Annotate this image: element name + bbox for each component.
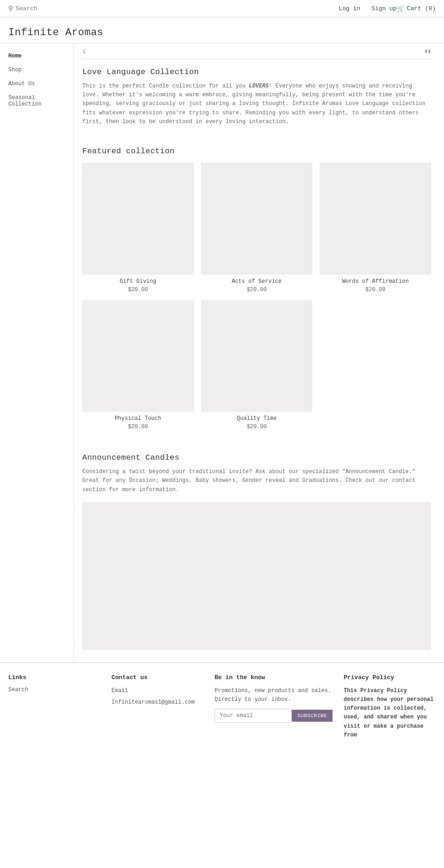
footer-contact-title: Contact us: [111, 674, 204, 681]
product-name-acts-of-service: Acts of Service: [201, 278, 313, 285]
love-language-desc: This is the perfect Candle collection fo…: [82, 82, 431, 126]
footer-newsletter-desc: Promotions, new products and sales. Dire…: [215, 687, 333, 704]
product-image-acts-of-service: [201, 163, 313, 275]
product-name-physical-touch: Physical Touch: [82, 415, 194, 422]
cart-area[interactable]: 🛒 Cart (0): [397, 5, 436, 12]
main-layout: Home Shop About Us Seasonal Collection ❮…: [0, 44, 444, 662]
product-name-quality-time: Quality Time: [201, 415, 313, 422]
product-card-acts-of-service[interactable]: Acts of Service $20.00: [201, 163, 313, 293]
product-name-words-of-affirmation: Words of Affirmation: [320, 278, 431, 285]
product-card-gift-giving[interactable]: Gift Giving $20.00: [82, 163, 194, 293]
sidebar-item-home[interactable]: Home: [0, 49, 74, 63]
top-nav: ⚲ Log in Sign up 🛒 Cart (0): [0, 0, 444, 18]
store-title: Infinite Aromas: [8, 27, 436, 38]
search-area: ⚲: [8, 5, 339, 12]
sidebar-item-shop[interactable]: Shop: [0, 63, 74, 77]
sidebar: Home Shop About Us Seasonal Collection: [0, 44, 74, 662]
email-subscribe-form: SUBSCRIBE: [215, 709, 333, 723]
cart-label: Cart (0): [407, 5, 436, 12]
announcement-desc: Considering a twist beyond your traditio…: [82, 468, 431, 494]
slideshow-controls: ▮▮: [425, 48, 431, 55]
signup-link[interactable]: Sign up: [371, 5, 397, 12]
slideshow-bar: ❮ ▮▮: [82, 44, 431, 59]
product-card-words-of-affirmation[interactable]: Words of Affirmation $20.00: [320, 163, 431, 293]
cart-icon: 🛒: [397, 5, 404, 12]
product-image-words-of-affirmation: [320, 163, 431, 275]
search-icon: ⚲: [8, 5, 13, 12]
footer-link-search[interactable]: Search: [8, 687, 100, 693]
footer-privacy-title: Privacy Policy: [344, 674, 436, 681]
email-subscribe-input[interactable]: [215, 709, 292, 723]
product-price-physical-touch: $20.00: [82, 424, 194, 430]
footer-links-col: Links Search: [8, 674, 100, 740]
announcement-section: Announcement Candles Considering a twist…: [82, 444, 431, 662]
product-price-words-of-affirmation: $20.00: [320, 287, 431, 293]
announcement-title: Announcement Candles: [82, 453, 431, 462]
product-grid-row2: Physical Touch $20.00 Quality Time $20.0…: [82, 300, 431, 431]
footer-newsletter-title: Be in the know: [215, 674, 333, 681]
product-grid-empty: [320, 300, 431, 431]
nav-links: Log in Sign up: [339, 5, 396, 12]
product-price-quality-time: $20.00: [201, 424, 313, 430]
product-price-acts-of-service: $20.00: [201, 287, 313, 293]
slideshow-pause-icon[interactable]: ▮▮: [425, 48, 431, 55]
product-image-gift-giving: [82, 163, 194, 275]
main-content: ❮ ▮▮ Love Language Collection This is th…: [74, 44, 439, 662]
slideshow-prev-icon[interactable]: ❮: [82, 47, 86, 55]
footer-privacy-desc: This Privacy Policy describes how your p…: [344, 687, 436, 740]
product-name-gift-giving: Gift Giving: [82, 278, 194, 285]
subscribe-button[interactable]: SUBSCRIBE: [292, 710, 333, 722]
product-card-quality-time[interactable]: Quality Time $20.00: [201, 300, 313, 431]
product-grid-row1: Gift Giving $20.00 Acts of Service $20.0…: [82, 163, 431, 293]
footer-links-title: Links: [8, 674, 100, 681]
footer-contact-col: Contact us Email Infinitearomas1@gmail.c…: [111, 674, 204, 740]
product-image-quality-time: [201, 300, 313, 412]
login-link[interactable]: Log in: [339, 5, 360, 12]
footer-email-value: Infinitearomas1@gmail.com: [111, 698, 204, 707]
love-language-section: Love Language Collection This is the per…: [82, 59, 431, 138]
product-card-physical-touch[interactable]: Physical Touch $20.00: [82, 300, 194, 431]
announcement-image: [82, 502, 431, 650]
sidebar-item-about[interactable]: About Us: [0, 77, 74, 91]
sidebar-item-seasonal[interactable]: Seasonal Collection: [0, 91, 74, 111]
product-price-gift-giving: $20.00: [82, 287, 194, 293]
store-title-wrap: Infinite Aromas: [0, 18, 444, 44]
footer-privacy-col: Privacy Policy This Privacy Policy descr…: [344, 674, 436, 740]
featured-collection-section: Featured collection Gift Giving $20.00 A…: [82, 138, 431, 444]
search-input[interactable]: [16, 5, 71, 12]
product-image-physical-touch: [82, 300, 194, 412]
footer: Links Search Contact us Email Infinitear…: [0, 662, 444, 754]
footer-email-label: Email: [111, 687, 204, 695]
featured-collection-title: Featured collection: [82, 147, 431, 156]
footer-newsletter-col: Be in the know Promotions, new products …: [215, 674, 333, 740]
love-language-title: Love Language Collection: [82, 68, 431, 76]
